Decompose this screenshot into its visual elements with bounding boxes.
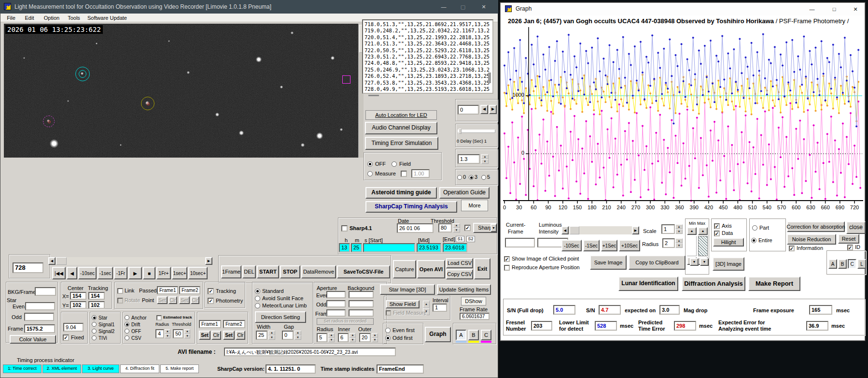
csv-row[interactable]: 719.0,248.2,"",13,25,22.0342,22.1167,13,… [364,28,492,34]
set-radius-recorded-button[interactable]: Set radius to recorded [317,318,374,325]
seek-10sec-button[interactable]: -10Sec [561,240,582,251]
minor-down1-icon[interactable]: ▼ [690,258,699,266]
lunar-identification-button[interactable]: Lunar Identification [618,276,678,291]
interval-field[interactable]: 1 [433,304,447,312]
transport-8-button[interactable]: 1sec+ [172,267,187,279]
show-field-button[interactable]: Show Field [386,300,420,308]
pix-odd-b-field[interactable] [349,300,374,307]
pix-odd-a-field[interactable] [326,300,346,307]
link-checkbox[interactable] [117,288,123,294]
startrack-off-radio[interactable] [125,329,129,334]
y-center-field[interactable]: 102 [70,301,86,309]
radius-field[interactable]: 5 [317,333,327,342]
startrack-drift-radio[interactable] [125,322,129,327]
load-csv-button[interactable]: Load CSV [446,258,473,268]
sn-fulldrop-field[interactable]: 5.0 [553,305,575,315]
s1-tag[interactable]: S1 [456,236,464,242]
reproduce-checkbox[interactable] [504,265,510,271]
color-value-button[interactable]: Color Value [10,335,56,344]
linked-frame2-box[interactable]: Frame2 [179,286,200,294]
x-center-field[interactable]: 154 [70,292,86,300]
csv-row[interactable]: 728.0,49.9,"",13,25,23.5193,23.6018,13,2… [364,86,492,92]
exit-button[interactable]: Exit [474,258,490,279]
gain-field[interactable]: 1.3 [458,154,480,164]
open-avi-button[interactable]: Open AVI [417,260,445,278]
csv-row[interactable]: 727.0,53.8,"",13,25,23.3543,23.4368,13,2… [364,80,492,86]
minimize-icon[interactable]: — [434,0,453,14]
image-3d-button[interactable]: [3D] Image [713,257,744,271]
timestamp-mode-field[interactable]: FrameEnd [377,364,424,374]
bkg-avoid-radio[interactable] [255,296,260,301]
transport-0-button[interactable]: |◀◀ [52,267,66,279]
minor-down2-icon[interactable]: ▼ [700,258,709,266]
current-frame-field[interactable]: 728 [13,262,43,273]
double-circle-marker[interactable] [75,67,90,81]
line-axis-checkbox[interactable]: ✓ [714,223,720,229]
speed-slider-track[interactable] [458,130,495,133]
operation-guide-button[interactable]: Operation Guide [439,187,490,199]
passed-frame2-field[interactable]: Frame2 [223,320,245,328]
meas-del-button[interactable]: DEL [242,265,256,278]
list-scroll-thumb[interactable] [488,73,491,83]
bkg-frame-field[interactable] [35,287,56,296]
threshold-spinner[interactable]: ▲▼ [453,223,460,233]
menu-item-file[interactable]: File [4,15,18,22]
odd-first-radio[interactable] [385,335,391,341]
sharp-combo-arrow-icon[interactable]: ▼ [490,224,497,232]
capture-button[interactable]: Capture [393,260,416,278]
outer-spinner[interactable]: ▲▼ [372,333,378,342]
gw-radius-field[interactable]: 2 [662,238,675,248]
transport-2-button[interactable]: -10sec [78,267,97,279]
lower-limit-field[interactable]: 528 [595,321,617,331]
st-radius-field[interactable]: 4 [155,329,164,338]
current-object-c-button[interactable]: C [481,330,491,340]
object-b-button[interactable]: B [838,259,847,269]
linked-set1-button[interactable]: Set [157,296,168,304]
menu-item-software-update[interactable]: Software Update [85,15,129,22]
direction-setting-button[interactable]: Direction Setting [255,311,306,323]
rotate-checkbox[interactable] [117,298,123,304]
field-rotate-left-icon[interactable]: ◀ [480,105,488,114]
gamma-checkbox[interactable] [401,171,407,177]
expected-on-field[interactable]: 3.0 [659,305,680,315]
csv-row[interactable]: 723.0,51.2,"",13,25,22.6943,22.7768,13,2… [364,54,492,60]
timing-step-3-button[interactable]: 3. Light curve [82,364,119,373]
sharpcap-analysis-button[interactable]: SharpCap Timing Analysis [365,201,457,213]
gamma-off-radio[interactable] [367,161,373,167]
mid-field[interactable]: 23.5193 [417,243,441,252]
dshow-button[interactable]: DShow [461,297,486,305]
estimated-track-checkbox[interactable] [156,315,162,320]
sharpcap-version-field[interactable]: 4. 1. 11251. 0 [266,364,316,374]
transport-1-button[interactable]: ◀ [67,267,77,279]
scale-field[interactable]: 1 [661,224,675,234]
hscroll-thumb[interactable] [56,257,67,265]
gaussian-3-radio[interactable] [469,175,474,180]
csv-row[interactable]: 721.0,51.3,"",13,25,22.3643,22.4468,13,2… [364,41,492,47]
menu-item-edit[interactable]: Edit [22,15,37,22]
passed-clr2-button[interactable]: Clr [236,331,245,340]
gw-scroll-thumb[interactable] [570,226,579,234]
csv-row[interactable]: 722.0,50.5,"",13,25,22.5293,22.6118,13,2… [364,47,492,54]
audio-channel-button[interactable]: Audio Channel Display [365,122,437,134]
pix-frame-b-field[interactable] [349,309,374,317]
s2-tag[interactable]: S2 [466,236,475,242]
fresnel-field[interactable]: 203 [531,321,552,331]
even-field[interactable] [25,302,55,310]
width-spinner[interactable]: ▲▼ [268,331,275,340]
scale-spinner[interactable]: ▲▼ [675,224,683,234]
csv-row[interactable]: 725.0,246.9,"",13,25,23.0243,23.1068,13,… [364,67,492,73]
linked-clr2-button[interactable]: Clr [191,296,199,304]
radius-spinner[interactable]: ▲▼ [328,333,335,342]
transport-3-button[interactable]: -1sec [98,267,113,279]
reset-button[interactable]: Reset [838,234,859,244]
seek-10sec-button[interactable]: +10Sec [619,240,640,251]
st-radius-spinner[interactable]: ▲▼ [165,329,170,338]
gaussian-0-radio[interactable] [457,175,462,180]
h-field[interactable]: 13 [339,243,350,252]
field-rotate-right-icon[interactable]: ▶ [489,105,497,114]
timing-step-1-button[interactable]: 1: Time correct [3,364,42,373]
fwhm-fixed-checkbox[interactable]: ✓ [63,334,69,341]
meas-start-button[interactable]: START [257,265,279,278]
gap-spinner[interactable]: ▲▼ [294,331,301,340]
ymin-up-icon[interactable]: ▲ [687,227,697,235]
